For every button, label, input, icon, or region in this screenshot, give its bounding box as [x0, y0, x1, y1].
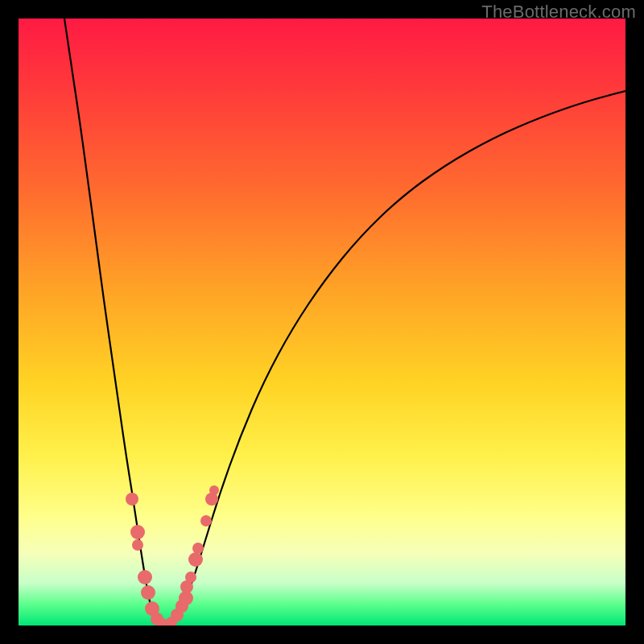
- data-point: [209, 485, 219, 495]
- data-point: [138, 570, 152, 584]
- watermark-text: TheBottleneck.com: [481, 2, 636, 23]
- data-point: [192, 543, 204, 554]
- data-point: [188, 552, 203, 567]
- data-point: [130, 525, 145, 539]
- data-point: [126, 493, 138, 506]
- data-point: [185, 572, 196, 583]
- curve-left: [64, 19, 162, 625]
- data-point: [141, 585, 155, 600]
- data-markers: [126, 485, 219, 625]
- data-point: [200, 515, 212, 526]
- plot-area: [19, 19, 625, 625]
- chart-frame: TheBottleneck.com: [0, 0, 644, 644]
- curve-right: [162, 91, 625, 625]
- bottleneck-curve: [19, 19, 625, 625]
- data-point: [132, 539, 143, 551]
